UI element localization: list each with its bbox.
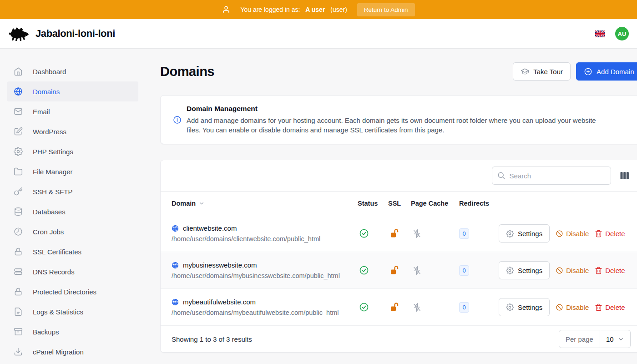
add-domain-button[interactable]: Add Domain: [576, 62, 637, 81]
sidebar-item-email[interactable]: Email: [7, 101, 138, 121]
sidebar-item-wordpress[interactable]: WordPress: [7, 121, 138, 142]
sidebar-item-file-manager[interactable]: File Manager: [7, 162, 138, 182]
page-cache-off-icon: [411, 266, 459, 275]
return-to-admin-button[interactable]: Return to Admin: [357, 3, 415, 16]
column-header-domain[interactable]: Domain: [172, 200, 358, 207]
key-icon: [14, 187, 23, 196]
table-row: clientwebsite.com /home/user/domains/cli…: [161, 215, 637, 252]
sidebar-item-databases[interactable]: Databases: [7, 202, 138, 222]
columns-icon: [620, 172, 629, 180]
page-title: Domains: [160, 64, 214, 79]
column-toggle-button[interactable]: [619, 171, 630, 181]
database-icon: [14, 207, 23, 216]
sidebar-item-dns-records[interactable]: DNS Records: [7, 262, 138, 282]
settings-button[interactable]: Settings: [499, 261, 550, 279]
domain-name[interactable]: clientwebsite.com: [183, 224, 237, 232]
delete-button[interactable]: Delete: [595, 267, 625, 274]
download-icon: [14, 347, 23, 356]
clock-icon: [14, 227, 23, 236]
boar-logo-icon: [7, 25, 29, 42]
impersonated-user: A user: [305, 6, 325, 13]
sidebar: Dashboard Domains Email WordPress PHP Se…: [0, 49, 146, 364]
trash-icon: [595, 230, 602, 238]
sidebar-item-label: Email: [33, 108, 50, 116]
search-box: [492, 167, 611, 185]
sidebar-item-logs-statistics[interactable]: Logs & Statistics: [7, 302, 138, 322]
document-root-path: /home/user/domains/mybusinesswebsite.com…: [172, 272, 358, 279]
file-text-icon: [14, 307, 23, 316]
lock-icon: [14, 247, 23, 256]
sidebar-item-label: SSH & SFTP: [33, 188, 73, 196]
status-enabled-icon: [358, 302, 388, 312]
user-avatar[interactable]: AU: [615, 27, 629, 40]
sidebar-item-ssl-certificates[interactable]: SSL Certificates: [7, 242, 138, 262]
archive-icon: [14, 327, 23, 336]
disable-button[interactable]: Disable: [556, 230, 589, 238]
redirects-count-badge[interactable]: 0: [459, 302, 469, 313]
document-root-path: /home/user/domains/clientwebsite.com/pub…: [172, 235, 358, 243]
search-input[interactable]: [492, 167, 611, 185]
server-icon: [14, 267, 23, 276]
sidebar-item-label: DNS Records: [33, 268, 75, 276]
sidebar-item-cron-jobs[interactable]: Cron Jobs: [7, 222, 138, 242]
lock-icon: [14, 287, 23, 296]
gear-icon: [506, 230, 514, 238]
sidebar-item-cpanel-migration[interactable]: cPanel Migration: [7, 342, 138, 362]
ssl-unlocked-icon: [388, 228, 411, 238]
main-content: Domains Take Tour Add Domain Domain Mana…: [146, 49, 637, 364]
per-page-select[interactable]: Per page 10: [559, 330, 631, 348]
sidebar-item-label: Domains: [33, 88, 60, 96]
per-page-label: Per page: [559, 330, 600, 348]
take-tour-button[interactable]: Take Tour: [513, 62, 571, 81]
status-enabled-icon: [358, 265, 388, 275]
app-header: Jabaloni-loni-loni AU: [0, 19, 637, 49]
delete-button[interactable]: Delete: [595, 230, 625, 238]
home-icon: [14, 67, 23, 76]
mail-icon: [14, 107, 23, 116]
sidebar-item-label: PHP Settings: [33, 148, 73, 156]
table-row: mybusinesswebsite.com /home/user/domains…: [161, 252, 637, 289]
brand[interactable]: Jabaloni-loni-loni: [7, 25, 115, 42]
domain-name[interactable]: mybusinesswebsite.com: [183, 261, 257, 269]
redirects-count-badge[interactable]: 0: [459, 228, 469, 239]
plus-circle-icon: [584, 67, 592, 76]
info-card-title: Domain Management: [187, 105, 605, 113]
globe-icon: [14, 87, 23, 96]
sidebar-item-label: Dashboard: [33, 68, 66, 76]
trash-icon: [595, 303, 602, 311]
settings-button[interactable]: Settings: [499, 224, 550, 243]
gear-icon: [506, 303, 514, 311]
sidebar-item-label: Logs & Statistics: [33, 308, 83, 316]
results-summary: Showing 1 to 3 of 3 results: [172, 335, 252, 343]
sidebar-item-ssh-sftp[interactable]: SSH & SFTP: [7, 182, 138, 202]
language-flag-icon[interactable]: [595, 30, 605, 37]
disable-button[interactable]: Disable: [556, 267, 589, 274]
globe-icon: [172, 298, 179, 306]
page-cache-off-icon: [411, 303, 459, 312]
slash-circle-icon: [556, 230, 563, 238]
info-card: Domain Management Add and manage domains…: [160, 95, 637, 144]
sidebar-item-php-settings[interactable]: PHP Settings: [7, 142, 138, 162]
column-header-status: Status: [358, 200, 388, 207]
info-icon: [173, 116, 182, 124]
disable-button[interactable]: Disable: [556, 303, 589, 311]
redirects-count-badge[interactable]: 0: [459, 265, 469, 276]
domain-name[interactable]: mybeautifulwebsite.com: [183, 298, 256, 306]
sidebar-item-domains[interactable]: Domains: [7, 81, 138, 101]
chevron-down-icon: [617, 336, 624, 343]
sidebar-item-backups[interactable]: Backups: [7, 322, 138, 342]
table-row: mybeautifulwebsite.com /home/user/domain…: [161, 289, 637, 326]
search-icon: [497, 171, 506, 180]
graduation-cap-icon: [521, 67, 529, 76]
impersonation-banner: You are logged in as: A user (user) Retu…: [0, 0, 637, 19]
sidebar-item-label: File Manager: [33, 168, 73, 176]
delete-button[interactable]: Delete: [595, 303, 625, 311]
domains-table-card: Domain Status SSL Page Cache Redirects c…: [160, 160, 637, 353]
document-root-path: /home/user/domains/mybeautifulwebsite.co…: [172, 309, 358, 316]
sidebar-item-protected-directories[interactable]: Protected Directories: [7, 282, 138, 302]
settings-button[interactable]: Settings: [499, 298, 550, 316]
sidebar-item-label: Databases: [33, 208, 66, 216]
sidebar-item-dashboard[interactable]: Dashboard: [7, 61, 138, 81]
column-header-ssl: SSL: [388, 200, 411, 207]
slash-circle-icon: [556, 303, 563, 311]
